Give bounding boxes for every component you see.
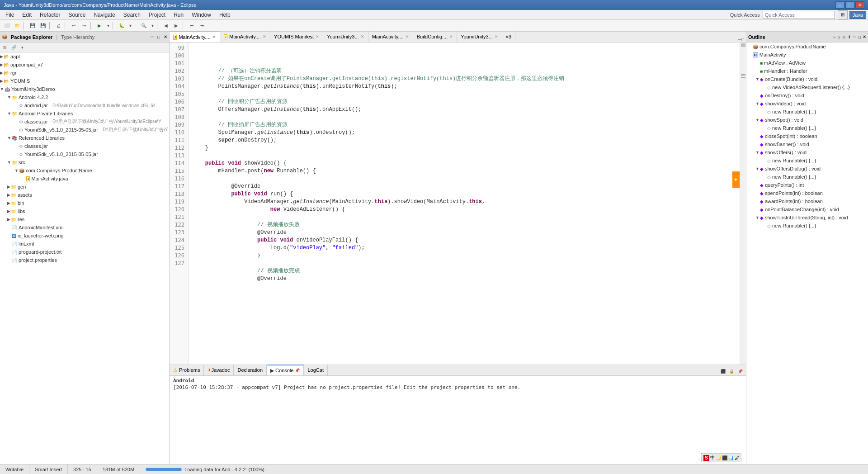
tree-item[interactable]: ▶📁res	[0, 215, 169, 223]
tab-problems[interactable]: ⚠ Problems	[170, 365, 204, 375]
tree-expand-arrow[interactable]: ▼	[7, 95, 11, 100]
outline-hide-fields-btn[interactable]: F	[833, 35, 836, 39]
menu-navigate[interactable]: Navigate	[90, 11, 118, 19]
menu-run[interactable]: Run	[170, 11, 187, 19]
java-perspective-btn[interactable]: Java	[849, 11, 866, 19]
tree-expand-arrow[interactable]: ▶	[7, 209, 10, 213]
new-button[interactable]: ⬜	[2, 21, 12, 30]
tab-console[interactable]: ▶ Console 📌	[267, 365, 304, 375]
tree-item[interactable]: ⚙YoumiSdk_v5.1.0_2015-05-05.jar - D:\用户目…	[0, 126, 169, 134]
tree-expand-arrow[interactable]: ▼	[7, 111, 11, 116]
outline-item[interactable]: ◇new Runnable() {...}	[746, 108, 868, 116]
minimize-button[interactable]: ─	[835, 1, 844, 9]
outline-item[interactable]: 📦com.Companys.ProductName	[746, 43, 868, 51]
outline-item[interactable]: ▼◆showOffers() : void	[746, 148, 868, 156]
outline-expand-arrow[interactable]: ▼	[755, 150, 760, 155]
tab-youmiunity-2[interactable]: YoumiUnity3... ✕	[457, 32, 502, 42]
tab-declaration[interactable]: Declaration	[234, 365, 267, 375]
undo-button[interactable]: ↩	[69, 21, 79, 30]
pkg-minimize-btn[interactable]: ─	[151, 34, 154, 39]
tab-mainactivity-1[interactable]: J MainActivity.... ✕	[170, 32, 220, 42]
tree-item[interactable]: 🖼ic_launcher-web.png	[0, 232, 169, 240]
editor-minimize-btn[interactable]: ─	[738, 37, 741, 42]
pkg-explorer-title[interactable]: Package Explorer	[11, 34, 52, 40]
outline-item[interactable]: ◇new Runnable() {...}	[746, 156, 868, 165]
pkg-view-menu[interactable]: ▾	[18, 43, 26, 52]
menu-search[interactable]: Search	[120, 11, 144, 19]
debug-button[interactable]: 🐛	[117, 21, 127, 30]
tree-item[interactable]: JMainActivity.java	[0, 175, 169, 183]
link-with-editor-btn[interactable]: 🔗	[9, 43, 18, 52]
tree-item[interactable]: ▶📁assets	[0, 191, 169, 199]
console-scroll-lock-btn[interactable]: 🔒	[727, 367, 736, 375]
outline-item[interactable]: ■mAdView : AdView	[746, 59, 868, 67]
pkg-maximize-btn[interactable]: □	[157, 34, 160, 39]
close-button[interactable]: ✕	[855, 1, 864, 9]
back-button[interactable]: ◀	[161, 21, 171, 30]
tree-expand-arrow[interactable]: ▶	[7, 217, 10, 222]
tree-expand-arrow[interactable]: ▶	[0, 62, 3, 67]
outline-hide-static-btn[interactable]: S	[838, 35, 840, 39]
toolbar-perspective-btn[interactable]: ⊞	[838, 10, 848, 19]
run-button[interactable]: ▶	[94, 21, 104, 30]
menu-source[interactable]: Source	[65, 11, 89, 19]
tree-item[interactable]: 📄proguard-project.txt	[0, 248, 169, 256]
outline-item[interactable]: ◆awardPoints(int) : boolean	[746, 197, 868, 205]
menu-project[interactable]: Project	[145, 11, 169, 19]
outline-item[interactable]: ■mHandler : Handler	[746, 67, 868, 75]
tree-expand-arrow[interactable]: ▶	[0, 54, 3, 59]
tree-expand-arrow[interactable]: ▶	[7, 201, 10, 205]
tab-logcat[interactable]: LogCat	[304, 365, 327, 375]
code-editor[interactable]: // （可选）注销积分监听 // 如果在onCreate调用了PointsMan…	[189, 43, 740, 365]
outline-item[interactable]: ◇new VideoAdRequestListener() {...}	[746, 83, 868, 91]
tree-item[interactable]: ⚙classes.jar	[0, 142, 169, 150]
tree-item[interactable]: ▼📚Referenced Libraries	[0, 134, 169, 142]
tree-expand-arrow[interactable]: ▼	[7, 136, 11, 140]
tree-item[interactable]: ▶📁bin	[0, 199, 169, 207]
run-dropdown[interactable]: ▾	[105, 21, 111, 30]
tab-close-7[interactable]: ✕	[495, 34, 498, 39]
outline-expand-arrow[interactable]: ▼	[755, 215, 760, 220]
outline-expand-arrow[interactable]: ▼	[755, 118, 760, 122]
menu-file[interactable]: File	[2, 11, 18, 19]
open-button[interactable]: 📁	[12, 21, 22, 30]
outline-expand-arrow[interactable]: ▼	[755, 166, 760, 171]
editor-scrollbar[interactable]	[740, 43, 746, 365]
outline-item[interactable]: ◆showBanner() : void	[746, 140, 868, 148]
outline-item[interactable]: CMainActivity	[746, 51, 868, 59]
tab-close-4[interactable]: ✕	[361, 34, 364, 39]
outline-item[interactable]: ◆closeSpot(int) : boolean	[746, 132, 868, 140]
outline-item[interactable]: ▼◆showOffersDialog() : void	[746, 165, 868, 173]
quick-access-input[interactable]	[763, 11, 835, 19]
outline-sort-btn[interactable]: ⬇	[848, 35, 851, 39]
tree-item[interactable]: ▼📁src	[0, 158, 169, 166]
debug-dropdown[interactable]: ▾	[127, 21, 133, 30]
outline-item[interactable]: ◆spendPoints(int) : boolean	[746, 189, 868, 197]
save-button[interactable]: 💾	[28, 21, 38, 30]
tree-expand-arrow[interactable]: ▼	[7, 160, 11, 165]
outline-item[interactable]: ◇new Runnable() {...}	[746, 222, 868, 230]
tree-expand-arrow[interactable]: ▶	[7, 185, 10, 189]
tree-item[interactable]: ▶📂aapt	[0, 52, 169, 61]
tab-close-1[interactable]: ✕	[212, 35, 216, 39]
outline-item[interactable]: ▼◆showTipsInUiThread(String, int) : void	[746, 213, 868, 222]
tree-expand-arrow[interactable]: ▼	[14, 168, 19, 173]
tree-item[interactable]: ⚙YoumiSdk_v5.1.0_2015-05-05.jar	[0, 150, 169, 158]
tree-item[interactable]: 📄lint.xml	[0, 240, 169, 248]
tab-close-5[interactable]: ✕	[406, 34, 409, 39]
tree-expand-arrow[interactable]: ▼	[0, 87, 4, 91]
outline-item[interactable]: ▼◆showSpot() : void	[746, 116, 868, 124]
forward-button[interactable]: ▶	[171, 21, 181, 30]
menu-edit[interactable]: Edit	[19, 11, 35, 19]
outline-item[interactable]: ◆onPointBalanceChange(int) : void	[746, 205, 868, 213]
type-hierarchy-tab[interactable]: Type Hierarchy	[61, 34, 94, 40]
outline-minimize-btn[interactable]: ─	[853, 34, 856, 39]
tab-close-6[interactable]: ✕	[449, 34, 453, 39]
tree-item[interactable]: ▶📁libs	[0, 207, 169, 215]
tab-mainactivity-3[interactable]: MainActivity.... ✕	[368, 32, 413, 42]
menu-help[interactable]: Help	[216, 11, 234, 19]
save-all-button[interactable]: 💾	[38, 21, 48, 30]
tab-mainactivity-2[interactable]: J MainActivity.... ✕	[220, 32, 271, 42]
outline-hide-nonpublic-btn[interactable]: ⊘	[842, 35, 846, 39]
tree-expand-arrow[interactable]: ▶	[7, 193, 10, 197]
